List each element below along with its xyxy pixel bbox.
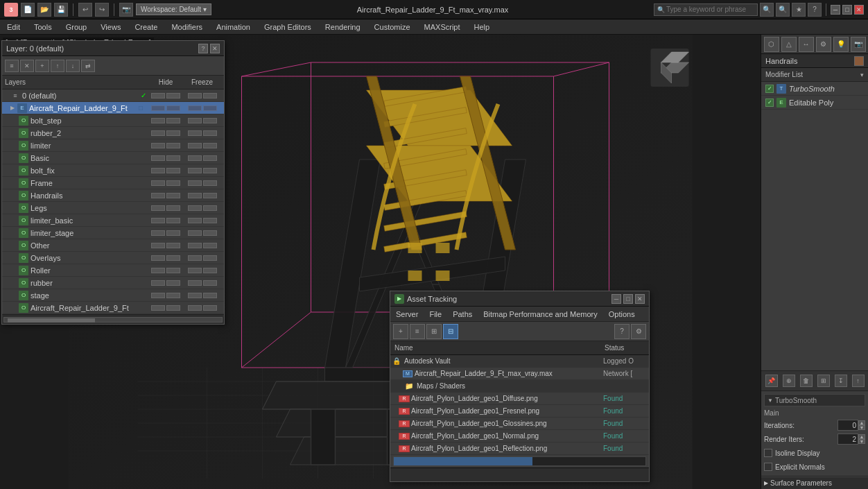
ts-collapse-header[interactable]: ▼ TurboSmooth xyxy=(764,394,865,406)
close-button[interactable]: ✕ xyxy=(854,5,864,15)
asset-maximize-btn[interactable]: □ xyxy=(623,294,633,304)
layers-close-btn[interactable]: ✕ xyxy=(210,44,220,53)
layer-row[interactable]: O Handrails xyxy=(2,189,224,202)
right-icon-3[interactable]: ↔ xyxy=(799,37,814,52)
toolbar-undo[interactable]: ↩ xyxy=(78,3,92,17)
asset-row[interactable]: R Aircraft_Pylon_Ladder_geo1_Fresnel.png… xyxy=(390,405,649,418)
layer-row[interactable]: O bolt_step xyxy=(2,114,224,127)
asset-menu-options[interactable]: Options xyxy=(603,309,641,320)
right-icon-2[interactable]: △ xyxy=(781,37,797,52)
asset-tool-help[interactable]: ? xyxy=(614,324,630,339)
menu-group[interactable]: Group xyxy=(59,22,94,33)
layers-help-btn[interactable]: ? xyxy=(198,44,208,53)
modifier-item-editpoly[interactable]: ✓ E Editable Poly xyxy=(761,96,868,110)
menu-create[interactable]: Create xyxy=(128,22,164,33)
mod-paste-btn[interactable]: ↑ xyxy=(852,375,865,387)
asset-row[interactable]: 🔒 Autodesk Vault Logged O xyxy=(390,355,649,368)
asset-row[interactable]: 📁 Maps / Shaders xyxy=(390,380,649,393)
layer-row[interactable]: ≡ 0 (default) ✓ xyxy=(2,89,224,102)
toolbar-help2[interactable]: 🔍 xyxy=(776,3,790,17)
mod-configure-btn[interactable]: ⊕ xyxy=(783,375,795,387)
layer-row[interactable]: O limiter_basic xyxy=(2,214,224,227)
menu-maxscript[interactable]: MAXScript xyxy=(417,22,467,33)
ts-isoline-checkbox[interactable] xyxy=(764,449,772,457)
layer-row[interactable]: O rubber xyxy=(2,277,224,289)
menu-views[interactable]: Views xyxy=(94,22,128,33)
asset-row[interactable]: R Aircraft_Pylon_Ladder_geo1_Reflection.… xyxy=(390,443,649,455)
layers-merge-btn[interactable]: ⇄ xyxy=(81,60,95,72)
toolbar-open[interactable]: 📂 xyxy=(37,3,51,17)
layer-row[interactable]: O Other xyxy=(2,239,224,252)
layer-row[interactable]: O Aircraft_Repair_Ladder_9_Ft xyxy=(2,302,224,314)
ts-iterations-up[interactable]: ▲ xyxy=(858,420,865,425)
layer-row[interactable]: O Overlays xyxy=(2,252,224,264)
asset-tool-grid[interactable]: ⊞ xyxy=(426,324,442,339)
asset-tool-settings[interactable]: ⚙ xyxy=(631,324,646,339)
workspace-selector[interactable]: Workspace: Default ▾ xyxy=(136,3,211,15)
menu-help[interactable]: Help xyxy=(467,22,497,33)
layer-row[interactable]: O limiter_stage xyxy=(2,227,224,239)
modifier-checkbox2[interactable]: ✓ xyxy=(765,98,774,107)
search-field[interactable] xyxy=(666,6,749,13)
layer-row[interactable]: O Roller xyxy=(2,264,224,277)
asset-tool-list[interactable]: ≡ xyxy=(410,324,425,339)
layers-icon-btn[interactable]: ≡ xyxy=(5,60,19,72)
toolbar-camera[interactable]: 📷 xyxy=(119,3,133,17)
modifier-list-dropdown[interactable]: Modifier List ▾ xyxy=(761,68,868,82)
layer-row[interactable]: O Legs xyxy=(2,202,224,214)
layers-move-btn1[interactable]: ↑ xyxy=(51,60,64,72)
ts-iterations-down[interactable]: ▼ xyxy=(858,425,865,430)
right-icon-1[interactable]: ⬡ xyxy=(764,37,779,52)
maximize-button[interactable]: □ xyxy=(842,5,852,15)
asset-row[interactable]: M Aircraft_Repair_Ladder_9_Ft_max_vray.m… xyxy=(390,368,649,380)
menu-graph-editors[interactable]: Graph Editors xyxy=(257,22,318,33)
asset-tool-new[interactable]: + xyxy=(393,324,408,339)
asset-minimize-btn[interactable]: ─ xyxy=(611,294,621,304)
asset-menu-paths[interactable]: Paths xyxy=(447,309,478,320)
layer-row[interactable]: ▶ E Aircraft_Repair_Ladder_9_Ft □ xyxy=(2,102,224,114)
asset-close-btn[interactable]: ✕ xyxy=(635,294,645,304)
asset-tool-detail[interactable]: ⊟ xyxy=(443,324,458,339)
toolbar-redo[interactable]: ↪ xyxy=(95,3,109,17)
asset-menu-bitmap[interactable]: Bitmap Performance and Memory xyxy=(478,309,602,320)
ts-renderiters-up[interactable]: ▲ xyxy=(858,434,865,439)
viewport[interactable]: [ + ] [Perspective] [Shaded + Edged Face… xyxy=(0,35,761,489)
search-input-container[interactable]: 🔍 xyxy=(654,3,758,16)
layers-delete-btn[interactable]: ✕ xyxy=(20,60,34,72)
right-icon-4[interactable]: ⚙ xyxy=(816,37,831,52)
layer-row[interactable]: O stage xyxy=(2,289,224,302)
asset-menu-file[interactable]: File xyxy=(424,309,447,320)
layer-row[interactable]: O Frame xyxy=(2,177,224,189)
menu-modifiers[interactable]: Modifiers xyxy=(164,22,209,33)
asset-row[interactable]: R Aircraft_Pylon_Ladder_geo1_Glossines.p… xyxy=(390,418,649,430)
layers-scrollbar[interactable] xyxy=(2,314,224,324)
toolbar-save[interactable]: 💾 xyxy=(54,3,68,17)
menu-rendering[interactable]: Rendering xyxy=(318,22,367,33)
toolbar-help1[interactable]: 🔍 xyxy=(760,3,774,17)
layer-row[interactable]: O limiter xyxy=(2,139,224,152)
right-icon-6[interactable]: 📷 xyxy=(851,37,866,52)
surface-params-section[interactable]: ▶ Surface Parameters xyxy=(761,477,868,489)
ts-renderiters-down[interactable]: ▼ xyxy=(858,439,865,444)
layer-row[interactable]: O bolt_fix xyxy=(2,164,224,177)
mod-trash-btn[interactable]: 🗑 xyxy=(800,375,813,387)
menu-tools[interactable]: Tools xyxy=(27,22,59,33)
right-icon-5[interactable]: 💡 xyxy=(833,37,849,52)
toolbar-help-btn[interactable]: ? xyxy=(808,3,822,17)
asset-row[interactable]: R Aircraft_Pylon_Ladder_geo1_Diffuse.png… xyxy=(390,393,649,405)
menu-customize[interactable]: Customize xyxy=(367,22,417,33)
menu-edit[interactable]: Edit xyxy=(0,22,27,33)
layers-add-btn[interactable]: + xyxy=(35,60,49,72)
ts-explicit-checkbox[interactable] xyxy=(764,463,772,471)
layer-row[interactable]: O Basic xyxy=(2,152,224,164)
menu-animation[interactable]: Animation xyxy=(209,22,257,33)
asset-menu-server[interactable]: Server xyxy=(390,309,424,320)
toolbar-new[interactable]: 📄 xyxy=(21,3,35,17)
modifier-checkbox[interactable]: ✓ xyxy=(765,85,774,93)
mod-highlight-btn[interactable]: ⊞ xyxy=(817,375,830,387)
minimize-button[interactable]: ─ xyxy=(831,5,840,15)
layers-move-btn2[interactable]: ↓ xyxy=(66,60,80,72)
mod-pin-btn[interactable]: 📌 xyxy=(765,375,778,387)
object-color-swatch[interactable] xyxy=(854,56,864,66)
ts-iterations-input[interactable] xyxy=(837,420,858,431)
